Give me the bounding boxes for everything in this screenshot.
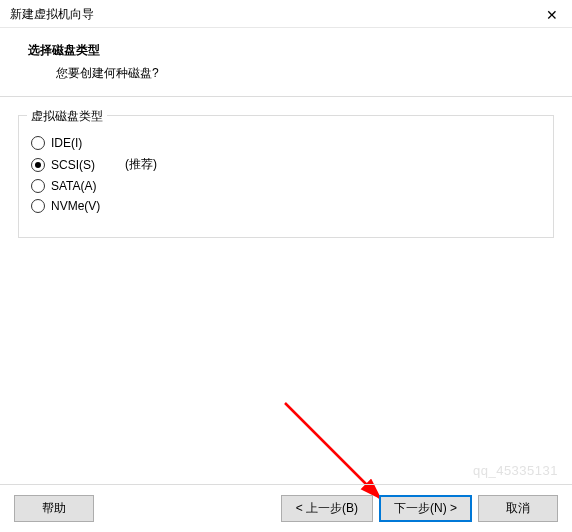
radio-icon[interactable] [31, 179, 45, 193]
back-button[interactable]: < 上一步(B) [281, 495, 373, 522]
page-title: 选择磁盘类型 [28, 42, 562, 59]
radio-label: SATA(A) [51, 179, 97, 193]
watermark: qq_45335131 [473, 463, 558, 478]
radio-icon[interactable] [31, 136, 45, 150]
window-title: 新建虚拟机向导 [10, 6, 94, 23]
fieldset-legend: 虚拟磁盘类型 [27, 108, 107, 125]
titlebar: 新建虚拟机向导 ✕ [0, 0, 572, 28]
close-icon[interactable]: ✕ [542, 7, 562, 23]
radio-option-sata[interactable]: SATA(A) [31, 179, 541, 193]
help-button[interactable]: 帮助 [14, 495, 94, 522]
radio-icon[interactable] [31, 199, 45, 213]
footer-right-group: < 上一步(B) 下一步(N) > 取消 [281, 495, 558, 522]
recommended-label: (推荐) [125, 156, 157, 173]
radio-option-ide[interactable]: IDE(I) [31, 136, 541, 150]
disk-type-fieldset: 虚拟磁盘类型 IDE(I) SCSI(S) (推荐) SATA(A) NVMe(… [18, 115, 554, 238]
radio-label: IDE(I) [51, 136, 82, 150]
page-subtitle: 您要创建何种磁盘? [56, 65, 562, 82]
radio-option-scsi[interactable]: SCSI(S) (推荐) [31, 156, 541, 173]
wizard-header: 选择磁盘类型 您要创建何种磁盘? [0, 28, 572, 97]
content-area: 虚拟磁盘类型 IDE(I) SCSI(S) (推荐) SATA(A) NVMe(… [0, 97, 572, 238]
radio-option-nvme[interactable]: NVMe(V) [31, 199, 541, 213]
next-button[interactable]: 下一步(N) > [379, 495, 472, 522]
radio-icon[interactable] [31, 158, 45, 172]
radio-label: NVMe(V) [51, 199, 100, 213]
footer-buttons: 帮助 < 上一步(B) 下一步(N) > 取消 [0, 484, 572, 532]
radio-label: SCSI(S) [51, 158, 95, 172]
cancel-button[interactable]: 取消 [478, 495, 558, 522]
